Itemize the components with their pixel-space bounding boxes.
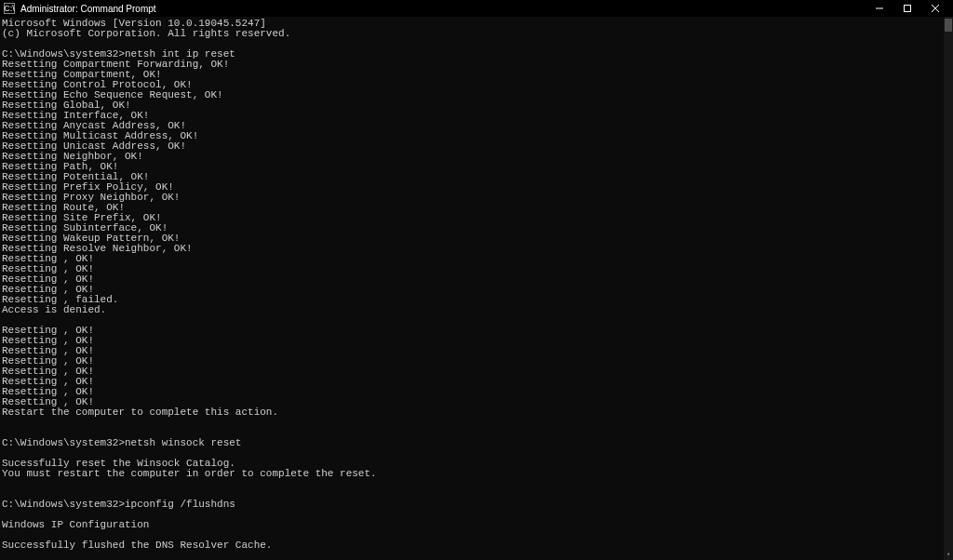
terminal-line: (c) Microsoft Corporation. All rights re… [2, 29, 951, 39]
terminal-line: C:\Windows\system32>ipconfig /flushdns [2, 500, 951, 510]
titlebar-left: C:\ Administrator: Command Prompt [4, 3, 156, 14]
cmd-icon: C:\ [4, 3, 15, 14]
terminal-line: Access is denied. [2, 305, 951, 315]
terminal-line [2, 315, 951, 326]
terminal-line: Resetting Resolve Neighbor, OK! [2, 244, 951, 254]
svg-rect-1 [905, 6, 911, 12]
terminal-line: You must restart the computer in order t… [2, 469, 951, 479]
terminal-line: Resetting Neighbor, OK! [2, 152, 951, 162]
terminal-line [2, 418, 951, 428]
window-title: Administrator: Command Prompt [20, 4, 156, 14]
terminal-line: Resetting Echo Sequence Request, OK! [2, 90, 951, 100]
maximize-button[interactable] [893, 0, 921, 17]
terminal-line: Resetting , OK! [2, 367, 951, 377]
terminal-line: Resetting , OK! [2, 264, 951, 274]
terminal-line: Resetting Proxy Neighbor, OK! [2, 193, 951, 203]
terminal-line: Resetting , OK! [2, 336, 951, 346]
terminal-line: Resetting , OK! [2, 356, 951, 367]
terminal-line: Resetting , OK! [2, 387, 951, 397]
terminal-line: Resetting , OK! [2, 274, 951, 285]
close-button[interactable] [921, 0, 949, 17]
terminal-line: Resetting , failed. [2, 295, 951, 305]
terminal-line: Resetting , OK! [2, 346, 951, 356]
terminal-line: Resetting , OK! [2, 254, 951, 264]
minimize-button[interactable] [866, 0, 893, 17]
terminal-line: Resetting , OK! [2, 326, 951, 336]
scrollbar-thumb[interactable] [945, 19, 952, 32]
terminal-line: Successfully flushed the DNS Resolver Ca… [2, 540, 951, 551]
scrollbar[interactable]: ▾ [944, 17, 953, 560]
scrollbar-down-arrow[interactable]: ▾ [945, 551, 952, 558]
titlebar-controls [866, 0, 949, 17]
terminal-line: Restart the computer to complete this ac… [2, 407, 951, 418]
terminal-line: C:\Windows\system32>netsh winsock reset [2, 438, 951, 448]
terminal-line: Resetting Unicast Address, OK! [2, 141, 951, 152]
window-titlebar: C:\ Administrator: Command Prompt [0, 0, 953, 17]
terminal-line: Resetting , OK! [2, 285, 951, 295]
terminal-line: Windows IP Configuration [2, 520, 951, 530]
terminal-line: Resetting , OK! [2, 377, 951, 387]
terminal-output[interactable]: Microsoft Windows [Version 10.0.19045.52… [0, 17, 953, 560]
terminal-line [2, 479, 951, 489]
